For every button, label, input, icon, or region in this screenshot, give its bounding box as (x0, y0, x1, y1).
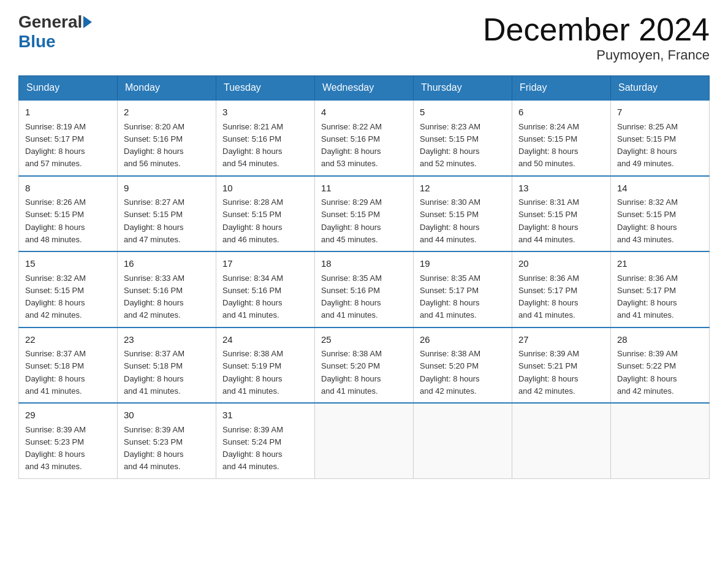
day-info: Sunrise: 8:22 AMSunset: 5:16 PMDaylight:… (321, 122, 382, 169)
day-number: 24 (222, 333, 308, 347)
day-number: 9 (124, 182, 210, 196)
day-number: 4 (321, 105, 407, 120)
day-info: Sunrise: 8:31 AMSunset: 5:15 PMDaylight:… (518, 197, 579, 244)
day-info: Sunrise: 8:30 AMSunset: 5:15 PMDaylight:… (420, 197, 480, 244)
day-number: 16 (124, 257, 210, 271)
day-info: Sunrise: 8:36 AMSunset: 5:17 PMDaylight:… (617, 274, 678, 320)
day-number: 25 (321, 333, 407, 347)
calendar-day-cell: 31Sunrise: 8:39 AMSunset: 5:24 PMDayligh… (216, 403, 315, 478)
calendar-day-cell: 10Sunrise: 8:28 AMSunset: 5:15 PMDayligh… (216, 176, 315, 252)
weekday-header-cell: Friday (512, 76, 611, 101)
day-info: Sunrise: 8:27 AMSunset: 5:15 PMDaylight:… (124, 197, 184, 244)
day-number: 23 (124, 333, 210, 347)
calendar-day-cell: 21Sunrise: 8:36 AMSunset: 5:17 PMDayligh… (611, 251, 710, 327)
calendar-week-row: 1Sunrise: 8:19 AMSunset: 5:17 PMDaylight… (19, 100, 710, 176)
day-info: Sunrise: 8:19 AMSunset: 5:17 PMDaylight:… (25, 122, 86, 169)
calendar-day-cell: 18Sunrise: 8:35 AMSunset: 5:16 PMDayligh… (315, 251, 414, 327)
weekday-header-cell: Thursday (414, 76, 512, 101)
calendar-day-cell (414, 403, 512, 478)
day-info: Sunrise: 8:35 AMSunset: 5:17 PMDaylight:… (420, 274, 480, 320)
calendar-day-cell: 24Sunrise: 8:38 AMSunset: 5:19 PMDayligh… (216, 327, 315, 404)
day-number: 18 (321, 257, 407, 271)
day-number: 6 (518, 105, 604, 120)
day-info: Sunrise: 8:32 AMSunset: 5:15 PMDaylight:… (617, 197, 678, 244)
day-number: 22 (25, 333, 111, 347)
calendar-day-cell: 9Sunrise: 8:27 AMSunset: 5:15 PMDaylight… (118, 176, 216, 252)
page-header: General Blue December 2024 Puymoyen, Fra… (18, 12, 710, 63)
calendar-day-cell: 2Sunrise: 8:20 AMSunset: 5:16 PMDaylight… (118, 100, 216, 176)
calendar-day-cell: 23Sunrise: 8:37 AMSunset: 5:18 PMDayligh… (118, 327, 216, 404)
calendar-day-cell: 8Sunrise: 8:26 AMSunset: 5:15 PMDaylight… (19, 176, 118, 252)
day-info: Sunrise: 8:33 AMSunset: 5:16 PMDaylight:… (124, 274, 184, 320)
calendar-day-cell: 14Sunrise: 8:32 AMSunset: 5:15 PMDayligh… (611, 176, 710, 252)
day-number: 27 (518, 333, 604, 347)
calendar-day-cell: 7Sunrise: 8:25 AMSunset: 5:15 PMDaylight… (611, 100, 710, 176)
calendar-day-cell: 30Sunrise: 8:39 AMSunset: 5:23 PMDayligh… (118, 403, 216, 478)
day-info: Sunrise: 8:39 AMSunset: 5:21 PMDaylight:… (518, 349, 579, 396)
calendar-day-cell (512, 403, 611, 478)
calendar-day-cell: 5Sunrise: 8:23 AMSunset: 5:15 PMDaylight… (414, 100, 512, 176)
day-number: 29 (25, 408, 111, 423)
calendar-day-cell: 20Sunrise: 8:36 AMSunset: 5:17 PMDayligh… (512, 251, 611, 327)
calendar-day-cell: 19Sunrise: 8:35 AMSunset: 5:17 PMDayligh… (414, 251, 512, 327)
day-number: 11 (321, 182, 407, 196)
day-info: Sunrise: 8:38 AMSunset: 5:19 PMDaylight:… (222, 349, 283, 396)
logo-blue-text: Blue (18, 32, 56, 52)
day-info: Sunrise: 8:38 AMSunset: 5:20 PMDaylight:… (321, 349, 382, 396)
day-number: 30 (124, 408, 210, 423)
day-info: Sunrise: 8:37 AMSunset: 5:18 PMDaylight:… (25, 349, 86, 396)
day-number: 31 (222, 408, 308, 423)
day-info: Sunrise: 8:38 AMSunset: 5:20 PMDaylight:… (420, 349, 480, 396)
day-number: 5 (420, 105, 506, 120)
weekday-header-cell: Monday (118, 76, 216, 101)
calendar-week-row: 8Sunrise: 8:26 AMSunset: 5:15 PMDaylight… (19, 176, 710, 252)
logo-arrow-icon (83, 16, 92, 28)
day-info: Sunrise: 8:24 AMSunset: 5:15 PMDaylight:… (518, 122, 579, 169)
calendar-day-cell: 27Sunrise: 8:39 AMSunset: 5:21 PMDayligh… (512, 327, 611, 404)
month-title: December 2024 (483, 12, 710, 47)
title-section: December 2024 Puymoyen, France (483, 12, 710, 63)
weekday-header-row: SundayMondayTuesdayWednesdayThursdayFrid… (19, 76, 710, 101)
day-info: Sunrise: 8:39 AMSunset: 5:24 PMDaylight:… (222, 425, 283, 472)
calendar-day-cell: 22Sunrise: 8:37 AMSunset: 5:18 PMDayligh… (19, 327, 118, 404)
day-info: Sunrise: 8:28 AMSunset: 5:15 PMDaylight:… (222, 197, 283, 244)
day-number: 1 (25, 105, 111, 120)
day-number: 13 (518, 182, 604, 196)
calendar-day-cell: 4Sunrise: 8:22 AMSunset: 5:16 PMDaylight… (315, 100, 414, 176)
calendar-body: 1Sunrise: 8:19 AMSunset: 5:17 PMDaylight… (19, 100, 710, 478)
day-info: Sunrise: 8:35 AMSunset: 5:16 PMDaylight:… (321, 274, 382, 320)
day-number: 19 (420, 257, 506, 271)
calendar-table: SundayMondayTuesdayWednesdayThursdayFrid… (18, 75, 710, 479)
calendar-day-cell: 1Sunrise: 8:19 AMSunset: 5:17 PMDaylight… (19, 100, 118, 176)
day-number: 3 (222, 105, 308, 120)
day-number: 28 (617, 333, 703, 347)
calendar-day-cell: 17Sunrise: 8:34 AMSunset: 5:16 PMDayligh… (216, 251, 315, 327)
day-number: 26 (420, 333, 506, 347)
day-info: Sunrise: 8:39 AMSunset: 5:23 PMDaylight:… (124, 425, 184, 472)
calendar-day-cell: 26Sunrise: 8:38 AMSunset: 5:20 PMDayligh… (414, 327, 512, 404)
day-info: Sunrise: 8:20 AMSunset: 5:16 PMDaylight:… (124, 122, 184, 169)
day-number: 15 (25, 257, 111, 271)
day-number: 21 (617, 257, 703, 271)
calendar-day-cell: 12Sunrise: 8:30 AMSunset: 5:15 PMDayligh… (414, 176, 512, 252)
day-info: Sunrise: 8:34 AMSunset: 5:16 PMDaylight:… (222, 274, 283, 320)
calendar-week-row: 29Sunrise: 8:39 AMSunset: 5:23 PMDayligh… (19, 403, 710, 478)
day-info: Sunrise: 8:25 AMSunset: 5:15 PMDaylight:… (617, 122, 678, 169)
logo: General Blue (18, 12, 93, 52)
day-info: Sunrise: 8:32 AMSunset: 5:15 PMDaylight:… (25, 274, 86, 320)
weekday-header-cell: Saturday (611, 76, 710, 101)
day-number: 8 (25, 182, 111, 196)
day-info: Sunrise: 8:29 AMSunset: 5:15 PMDaylight:… (321, 197, 382, 244)
day-number: 14 (617, 182, 703, 196)
weekday-header-cell: Sunday (19, 76, 118, 101)
weekday-header-cell: Wednesday (315, 76, 414, 101)
calendar-week-row: 15Sunrise: 8:32 AMSunset: 5:15 PMDayligh… (19, 251, 710, 327)
calendar-day-cell: 13Sunrise: 8:31 AMSunset: 5:15 PMDayligh… (512, 176, 611, 252)
day-info: Sunrise: 8:26 AMSunset: 5:15 PMDaylight:… (25, 197, 86, 244)
calendar-day-cell: 15Sunrise: 8:32 AMSunset: 5:15 PMDayligh… (19, 251, 118, 327)
day-number: 7 (617, 105, 703, 120)
calendar-week-row: 22Sunrise: 8:37 AMSunset: 5:18 PMDayligh… (19, 327, 710, 404)
day-info: Sunrise: 8:36 AMSunset: 5:17 PMDaylight:… (518, 274, 579, 320)
calendar-day-cell: 28Sunrise: 8:39 AMSunset: 5:22 PMDayligh… (611, 327, 710, 404)
calendar-day-cell: 25Sunrise: 8:38 AMSunset: 5:20 PMDayligh… (315, 327, 414, 404)
